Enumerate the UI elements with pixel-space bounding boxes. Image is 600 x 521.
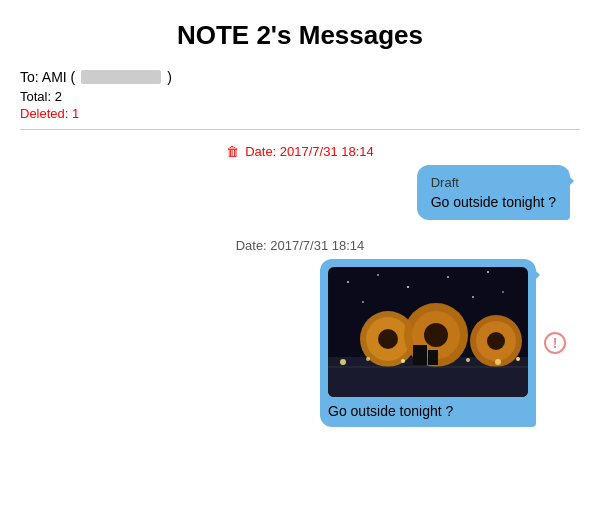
svg-point-22 [466, 358, 470, 362]
recipient-line: To: AMI ( ) [20, 69, 580, 85]
date-label-2: Date: 2017/7/31 18:14 [236, 238, 365, 253]
message-text-2: Go outside tonight ? [328, 403, 528, 419]
message-bubble-2: Go outside tonight ? [320, 259, 536, 427]
svg-point-4 [407, 286, 409, 288]
date-label-1: Date: 2017/7/31 18:14 [245, 144, 374, 159]
draft-label: Draft [431, 175, 556, 190]
svg-point-17 [424, 323, 448, 347]
message-text-1: Go outside tonight ? [431, 194, 556, 210]
page-title: NOTE 2's Messages [20, 20, 580, 51]
date-header-2: Date: 2017/7/31 18:14 [30, 238, 570, 253]
svg-point-16 [378, 329, 398, 349]
recipient-blur [81, 70, 161, 84]
svg-point-7 [502, 291, 504, 293]
svg-point-2 [347, 281, 349, 283]
messages-area: 🗑 Date: 2017/7/31 18:14 Draft Go outside… [20, 144, 580, 427]
message-group-2: Date: 2017/7/31 18:14 [30, 238, 570, 427]
total-line: Total: 2 [20, 89, 580, 104]
svg-point-20 [366, 357, 370, 361]
svg-rect-25 [413, 345, 427, 365]
night-image [328, 267, 528, 397]
svg-point-23 [495, 359, 501, 365]
svg-point-18 [487, 332, 505, 350]
warning-icon: ! [544, 332, 566, 354]
svg-rect-26 [428, 350, 438, 365]
message-bubble-1: Draft Go outside tonight ? [417, 165, 570, 220]
svg-point-9 [472, 296, 474, 298]
trash-icon: 🗑 [226, 144, 239, 159]
svg-point-5 [447, 276, 449, 278]
svg-point-8 [362, 301, 364, 303]
svg-point-21 [401, 359, 405, 363]
svg-point-19 [340, 359, 346, 365]
recipient-closing: ) [167, 69, 172, 85]
svg-point-3 [377, 274, 379, 276]
svg-point-24 [516, 357, 520, 361]
message-right-1: Draft Go outside tonight ? [30, 165, 570, 220]
recipient-section: To: AMI ( ) Total: 2 Deleted: 1 [20, 69, 580, 130]
message-group-1: 🗑 Date: 2017/7/31 18:14 Draft Go outside… [30, 144, 570, 220]
svg-point-6 [487, 271, 489, 273]
deleted-line: Deleted: 1 [20, 106, 580, 121]
recipient-label: To: AMI ( [20, 69, 75, 85]
date-header-1: 🗑 Date: 2017/7/31 18:14 [30, 144, 570, 159]
message-image-wrapper: Go outside tonight ? ! [30, 259, 570, 427]
